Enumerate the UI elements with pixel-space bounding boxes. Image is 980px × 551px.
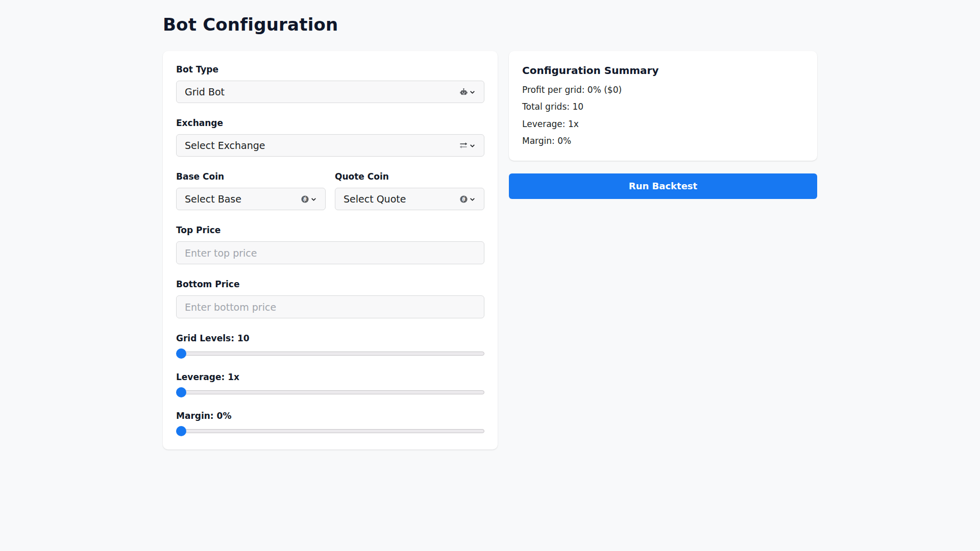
grid-levels-group: Grid Levels: 10 (176, 333, 484, 359)
margin-slider-track[interactable] (176, 429, 484, 433)
bottom-price-field: Bottom Price (176, 279, 484, 318)
exchange-selected-value: Select Exchange (185, 140, 265, 151)
swap-horizontal-icon (459, 141, 468, 149)
quote-coin-select[interactable]: Select Quote B (335, 188, 484, 210)
margin-group: Margin: 0% (176, 411, 484, 436)
bottom-price-label: Bottom Price (176, 279, 484, 289)
base-coin-label: Base Coin (176, 171, 326, 182)
page-title: Bot Configuration (163, 14, 817, 35)
grid-levels-slider-track[interactable] (176, 352, 484, 356)
leverage-slider[interactable] (176, 387, 484, 397)
configuration-summary-card: Configuration Summary Profit per grid: 0… (509, 51, 817, 161)
summary-total-grids: Total grids: 10 (522, 102, 804, 112)
quote-coin-selected-value: Select Quote (344, 193, 406, 205)
top-price-label: Top Price (176, 225, 484, 235)
exchange-select[interactable]: Select Exchange (176, 134, 484, 157)
chevron-down-icon (469, 196, 476, 203)
top-price-input[interactable] (176, 241, 484, 264)
bot-type-selected-value: Grid Bot (185, 86, 225, 97)
page-container: Bot Configuration Bot Type Grid Bot (163, 0, 817, 449)
exchange-field: Exchange Select Exchange (176, 118, 484, 157)
summary-column: Configuration Summary Profit per grid: 0… (509, 51, 817, 199)
quote-coin-label: Quote Coin (335, 171, 484, 182)
summary-profit-per-grid: Profit per grid: 0% ($0) (522, 85, 804, 95)
bot-config-card: Bot Type Grid Bot (163, 51, 498, 449)
summary-title: Configuration Summary (522, 64, 804, 77)
leverage-slider-track[interactable] (176, 390, 484, 394)
chevron-down-icon (310, 196, 317, 203)
run-backtest-button[interactable]: Run Backtest (509, 173, 817, 199)
base-coin-select[interactable]: Select Base B (176, 188, 326, 210)
base-coin-field: Base Coin Select Base B (176, 171, 326, 210)
top-price-field: Top Price (176, 225, 484, 264)
leverage-label: Leverage: 1x (176, 372, 484, 382)
margin-label: Margin: 0% (176, 411, 484, 421)
margin-slider[interactable] (176, 426, 484, 436)
quote-coin-field: Quote Coin Select Quote B (335, 171, 484, 210)
margin-slider-thumb[interactable] (176, 426, 186, 436)
leverage-slider-thumb[interactable] (176, 387, 186, 397)
grid-levels-label: Grid Levels: 10 (176, 333, 484, 343)
grid-levels-slider-thumb[interactable] (176, 348, 186, 359)
exchange-label: Exchange (176, 118, 484, 128)
bitcoin-coin-icon: B (459, 195, 468, 204)
bot-type-field: Bot Type Grid Bot (176, 64, 484, 103)
bitcoin-coin-icon: B (301, 195, 309, 204)
bot-type-select[interactable]: Grid Bot (176, 81, 484, 103)
chevron-down-icon (469, 89, 476, 95)
leverage-group: Leverage: 1x (176, 372, 484, 397)
bottom-price-input[interactable] (176, 295, 484, 318)
summary-leverage: Leverage: 1x (522, 119, 804, 129)
bot-type-label: Bot Type (176, 64, 484, 74)
coin-row: Base Coin Select Base B (176, 171, 484, 210)
robot-icon (459, 88, 468, 96)
base-coin-selected-value: Select Base (185, 193, 241, 205)
content-row: Bot Type Grid Bot (163, 51, 817, 449)
chevron-down-icon (469, 142, 476, 149)
grid-levels-slider[interactable] (176, 348, 484, 359)
summary-margin: Margin: 0% (522, 136, 804, 146)
